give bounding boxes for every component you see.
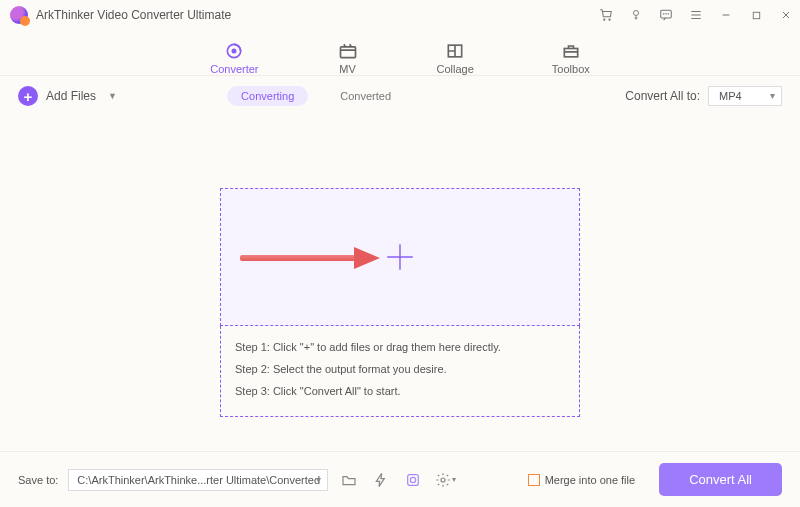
toolbar: + Add Files ▼ Converting Converted Conve… bbox=[0, 76, 800, 116]
cart-icon[interactable] bbox=[598, 7, 614, 23]
seg-converting[interactable]: Converting bbox=[227, 86, 308, 106]
svg-rect-13 bbox=[408, 474, 419, 485]
app-logo-icon bbox=[10, 6, 28, 24]
format-value: MP4 bbox=[719, 90, 742, 102]
merge-checkbox[interactable]: Merge into one file bbox=[528, 474, 636, 486]
svg-point-4 bbox=[663, 14, 664, 15]
hw-accel-icon[interactable] bbox=[370, 470, 392, 490]
steps-panel: Step 1: Click "+" to add files or drag t… bbox=[220, 326, 580, 417]
tab-toolbox-label: Toolbox bbox=[552, 63, 590, 75]
app-title: ArkThinker Video Converter Ultimate bbox=[36, 8, 231, 22]
minimize-icon[interactable] bbox=[718, 7, 734, 23]
main-area: Step 1: Click "+" to add files or drag t… bbox=[0, 116, 800, 456]
save-to-label: Save to: bbox=[18, 474, 58, 486]
add-files-label: Add Files bbox=[46, 89, 96, 103]
checkbox-icon bbox=[528, 474, 540, 486]
svg-rect-7 bbox=[753, 12, 759, 18]
chevron-down-icon[interactable]: ▼ bbox=[108, 91, 117, 101]
merge-label: Merge into one file bbox=[545, 474, 636, 486]
svg-point-9 bbox=[233, 49, 236, 52]
save-path-select[interactable]: C:\ArkThinker\ArkThinke...rter Ultimate\… bbox=[68, 469, 328, 491]
close-icon[interactable] bbox=[778, 7, 794, 23]
settings-icon[interactable]: ▾ bbox=[434, 470, 456, 490]
bottom-bar: Save to: C:\ArkThinker\ArkThinke...rter … bbox=[0, 451, 800, 507]
svg-point-2 bbox=[634, 11, 639, 16]
tab-collage[interactable]: Collage bbox=[437, 41, 474, 75]
tab-mv-label: MV bbox=[339, 63, 356, 75]
svg-point-14 bbox=[411, 477, 416, 482]
svg-point-6 bbox=[668, 14, 669, 15]
seg-converted[interactable]: Converted bbox=[326, 86, 405, 106]
svg-point-0 bbox=[604, 19, 605, 20]
format-select[interactable]: MP4 bbox=[708, 86, 782, 106]
menu-icon[interactable] bbox=[688, 7, 704, 23]
tab-mv[interactable]: MV bbox=[337, 41, 359, 75]
convert-all-button[interactable]: Convert All bbox=[659, 463, 782, 496]
maximize-icon[interactable] bbox=[748, 7, 764, 23]
title-bar: ArkThinker Video Converter Ultimate bbox=[0, 0, 800, 30]
svg-point-1 bbox=[609, 19, 610, 20]
key-icon[interactable] bbox=[628, 7, 644, 23]
svg-point-15 bbox=[441, 478, 445, 482]
step-1: Step 1: Click "+" to add files or drag t… bbox=[235, 336, 565, 358]
step-2: Step 2: Select the output format you des… bbox=[235, 358, 565, 380]
status-segmented: Converting Converted bbox=[227, 86, 405, 106]
tab-converter[interactable]: Converter bbox=[210, 41, 258, 75]
svg-rect-10 bbox=[340, 47, 355, 58]
tab-converter-label: Converter bbox=[210, 63, 258, 75]
step-3: Step 3: Click "Convert All" to start. bbox=[235, 380, 565, 402]
add-files-button[interactable]: + Add Files ▼ bbox=[18, 86, 117, 106]
window-controls bbox=[598, 7, 794, 23]
feedback-icon[interactable] bbox=[658, 7, 674, 23]
tab-toolbox[interactable]: Toolbox bbox=[552, 41, 590, 75]
task-schedule-icon[interactable] bbox=[402, 470, 424, 490]
top-nav: Converter MV Collage Toolbox bbox=[0, 30, 800, 76]
open-folder-icon[interactable] bbox=[338, 470, 360, 490]
save-path-value: C:\ArkThinker\ArkThinke...rter Ultimate\… bbox=[77, 474, 320, 486]
format-control: Convert All to: MP4 bbox=[625, 86, 782, 106]
plus-icon: + bbox=[18, 86, 38, 106]
convert-all-to-label: Convert All to: bbox=[625, 89, 700, 103]
svg-point-5 bbox=[666, 14, 667, 15]
tab-collage-label: Collage bbox=[437, 63, 474, 75]
annotation-arrow bbox=[240, 247, 380, 269]
